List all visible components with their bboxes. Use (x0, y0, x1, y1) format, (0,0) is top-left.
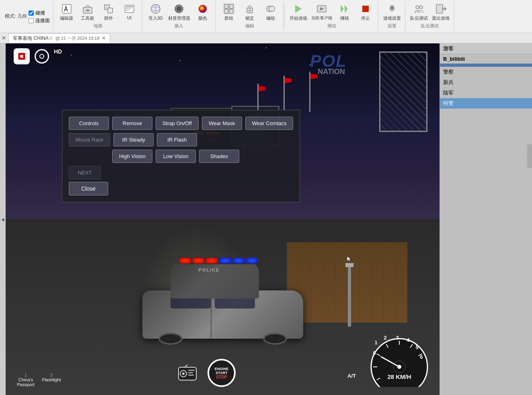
connect-face-checkbox[interactable]: 连接面 (29, 17, 50, 24)
game-settings-btn[interactable]: 游戏设置 (382, 2, 403, 22)
quit-btn[interactable]: 退出游戏 (430, 2, 451, 22)
metal-structure (379, 51, 427, 132)
ui-btn[interactable]: UI (119, 2, 140, 22)
ir-steady-btn[interactable]: IR Steady (113, 133, 154, 146)
svg-marker-28 (345, 5, 348, 13)
police-label: 警察 (443, 68, 454, 76)
current-btn[interactable]: 当前:客户端 (310, 2, 334, 22)
svg-rect-7 (126, 8, 131, 9)
swat-label: 特警 (443, 100, 454, 107)
play-btn[interactable]: 开始游戏 (288, 2, 309, 22)
editor-btn[interactable]: 编辑器 (57, 2, 77, 22)
svg-point-13 (177, 6, 181, 11)
red-light (179, 258, 191, 263)
left-collapse-btn[interactable]: ◀ (0, 43, 6, 395)
scrollbar-thumb[interactable] (527, 144, 532, 168)
gear-bottom-row: NEXT (69, 166, 293, 179)
tab-close-btn[interactable]: ✕ (102, 35, 106, 41)
light-pole (348, 266, 351, 327)
lock-btn[interactable]: 锁定 (240, 2, 260, 22)
police-car: POLICE (122, 234, 323, 347)
role-recruit[interactable]: 新兵 (440, 77, 532, 88)
settings-label: 设置 (388, 23, 396, 29)
mode-group: 模式: 几何 碰撞 连接面 (2, 1, 53, 32)
group-btn[interactable]: 群组 (219, 2, 239, 22)
svg-rect-18 (229, 9, 233, 13)
collision-checkbox[interactable]: 碰撞 (29, 10, 50, 16)
test-section: 开始游戏 当前:客户端 继续 (286, 1, 379, 32)
next-btn[interactable]: NEXT (69, 166, 101, 179)
tab-suffix: @ 21 一月 2024 19:18 (55, 35, 100, 41)
tab-close-x[interactable]: ✕ (2, 35, 6, 41)
svg-rect-29 (362, 6, 369, 12)
controls-btn[interactable]: Controls (69, 117, 109, 130)
gear-row-1: Controls Remove Strap On/Off Wear Mask W… (69, 117, 293, 130)
team-test-btn[interactable]: 队伍测试 (409, 2, 429, 22)
police-light-bar (179, 257, 259, 264)
material-btn[interactable]: 材质管理器 (166, 2, 192, 22)
shades-btn[interactable]: Shades (199, 150, 239, 163)
edit-section: 群组 锁定 编组 (216, 1, 283, 32)
role-police[interactable]: 警察 (440, 67, 532, 77)
blue-light-2 (233, 258, 244, 263)
svg-rect-2 (86, 10, 89, 11)
import3d-btn[interactable]: 导入3D (146, 2, 166, 22)
red-light-2 (193, 258, 204, 263)
ir-flash-btn[interactable]: IR Flash (157, 133, 197, 146)
nation-sign: NATION (318, 68, 345, 76)
right-panel-header: 游客 (440, 43, 532, 54)
wear-mask-btn[interactable]: Wear Mask (202, 117, 242, 130)
remove-btn[interactable]: Remove (112, 117, 152, 130)
svg-point-31 (416, 6, 419, 9)
team-label: 队伍测试 (421, 23, 439, 29)
player-item[interactable]: B_bilibili (440, 54, 532, 64)
main-area: ◀ ■■■ ■■■■ ■■■ ■■■■ 0001 (0, 43, 532, 395)
svg-marker-24 (295, 5, 302, 13)
union-btn[interactable]: 编组 (261, 2, 281, 22)
blue-light-3 (246, 258, 258, 263)
wear-comtacs-btn[interactable]: Wear Comtacs (245, 117, 294, 130)
strap-onoff-btn[interactable]: Strap On/Off (156, 117, 199, 130)
svg-rect-17 (224, 9, 228, 13)
svg-rect-16 (229, 4, 233, 8)
police-text: POLICE (199, 267, 220, 272)
right-panel: 游客 B_bilibili 警察 新兵 陆军 特警 (440, 43, 532, 395)
test-label: 测试 (327, 23, 336, 29)
game-viewport[interactable]: ■■■ ■■■■ ■■■ ■■■■ 0001 0000 (6, 43, 440, 395)
player-name: B_bilibili (443, 56, 465, 62)
target-inner (39, 54, 44, 59)
svg-rect-33 (436, 4, 443, 13)
svg-rect-4 (108, 8, 113, 13)
roblox-logo[interactable] (14, 48, 30, 64)
edit-section-label: 编辑 (245, 23, 254, 29)
gear-popup: Controls Remove Strap On/Off Wear Mask W… (62, 110, 300, 202)
gear-row-3: High Vision Low Vision Shades (69, 150, 293, 163)
svg-rect-15 (224, 4, 228, 8)
resume-btn[interactable]: 继续 (335, 2, 355, 22)
army-label: 陆军 (443, 89, 454, 97)
svg-point-21 (249, 10, 251, 11)
low-vision-btn[interactable]: Low Vision (156, 150, 196, 163)
svg-rect-6 (126, 6, 133, 7)
svg-rect-41 (20, 55, 23, 58)
color-btn[interactable]: 颜色 (193, 2, 213, 22)
svg-point-14 (199, 5, 207, 13)
toolbox-btn[interactable]: 工具箱 (78, 2, 98, 22)
role-swat[interactable]: 特警 (440, 98, 532, 109)
light-head (345, 263, 353, 267)
parts-btn[interactable]: 部件 (99, 2, 119, 22)
target-icon[interactable] (35, 49, 49, 64)
svg-point-32 (419, 6, 423, 9)
close-popup-btn[interactable]: Close (69, 182, 108, 195)
role-army[interactable]: 陆军 (440, 88, 532, 98)
tab-title: 军事基地 CHINA☆ (13, 35, 53, 42)
main-tab[interactable]: 军事基地 CHINA☆ @ 21 一月 2024 19:18 ✕ (8, 33, 110, 43)
red-light-3 (206, 258, 218, 263)
sep1 (284, 4, 285, 29)
high-vision-btn[interactable]: High Vision (112, 150, 152, 163)
team-test-section: 队伍测试 退出游戏 队伍测试 (406, 1, 454, 32)
stop-btn[interactable]: 停止 (355, 2, 376, 22)
mount-rack-btn[interactable]: Mount Rack (69, 133, 110, 146)
svg-point-23 (269, 6, 275, 12)
editor-section-label: 地形 (94, 23, 103, 29)
